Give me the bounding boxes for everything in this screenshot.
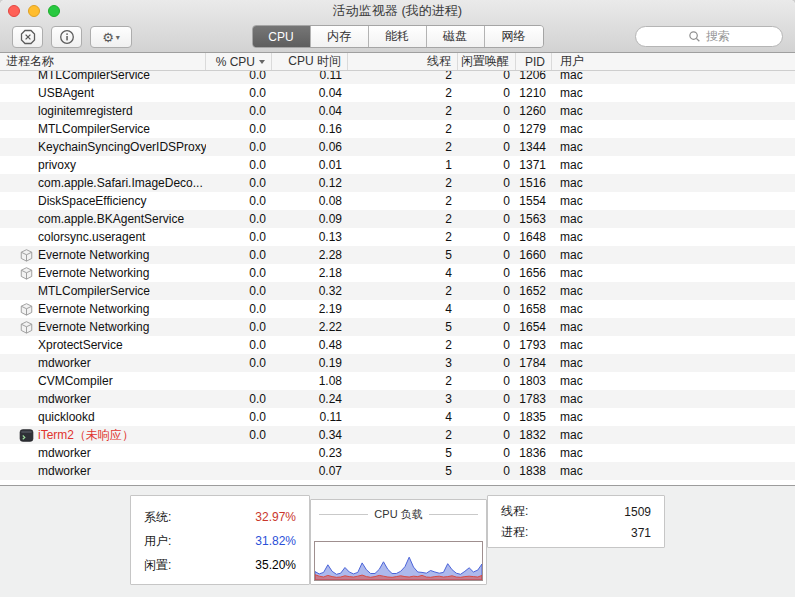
idle-wakeups-cell: 0 <box>458 138 516 156</box>
cpu-percent-cell: 0.0 <box>206 426 272 444</box>
close-button[interactable] <box>8 5 20 17</box>
tab-cpu[interactable]: CPU <box>253 26 311 47</box>
idle-cpu-value: 35.20% <box>255 558 296 572</box>
process-row[interactable]: MTLCompilerService 0.0 0.32 2 0 1652 mac <box>0 282 795 300</box>
user-cpu-label: 用户: <box>144 533 171 550</box>
settings-menu-button[interactable]: ⚙ ▾ <box>90 26 132 48</box>
pid-cell: 1344 <box>516 138 552 156</box>
pid-cell: 1654 <box>516 318 552 336</box>
cpu-percent-cell: 0.0 <box>206 174 272 192</box>
cpu-time-cell: 2.19 <box>272 300 348 318</box>
cpu-percent-cell: 0.0 <box>206 210 272 228</box>
process-row[interactable]: quicklookd 0.0 0.11 4 0 1835 mac <box>0 408 795 426</box>
app-icon <box>18 229 34 245</box>
threads-cell: 2 <box>348 120 458 138</box>
process-name: iTerm2（未响应） <box>38 426 134 444</box>
quit-process-button[interactable] <box>12 26 43 48</box>
col-header-user[interactable]: 用户 <box>552 53 795 70</box>
processes-value: 371 <box>631 526 651 540</box>
col-header-process-name[interactable]: 进程名称 <box>0 53 206 70</box>
process-name-cell: CVMCompiler <box>0 372 206 390</box>
process-row[interactable]: mdworker 0.23 5 0 1836 mac <box>0 444 795 462</box>
user-cell: mac <box>552 174 795 192</box>
cpu-time-cell: 0.34 <box>272 426 348 444</box>
evernote-icon <box>18 265 34 281</box>
process-row[interactable]: Evernote Networking 0.0 2.22 5 0 1654 ma… <box>0 318 795 336</box>
inspect-button[interactable] <box>51 26 82 48</box>
process-row[interactable]: DiskSpaceEfficiency 0.0 0.08 2 0 1554 ma… <box>0 192 795 210</box>
process-row[interactable]: USBAgent 0.0 0.04 2 0 1210 mac <box>0 84 795 102</box>
cpu-percent-cell: 0.0 <box>206 102 272 120</box>
process-row[interactable]: Evernote Networking 0.0 2.28 5 0 1660 ma… <box>0 246 795 264</box>
cpu-percent-cell: 0.0 <box>206 354 272 372</box>
process-row[interactable]: com.apple.Safari.ImageDeco... 0.0 0.12 2… <box>0 174 795 192</box>
col-header-cpu-time[interactable]: CPU 时间 <box>272 53 348 70</box>
pid-cell: 1279 <box>516 120 552 138</box>
minimize-button[interactable] <box>28 5 40 17</box>
process-name: MTLCompilerService <box>38 71 150 84</box>
cpu-percent-cell: 0.0 <box>206 228 272 246</box>
col-header-idle-wakeups[interactable]: 闲置唤醒 <box>458 53 516 70</box>
process-row[interactable]: MTLCompilerService 0.0 0.11 2 0 1206 mac <box>0 71 795 84</box>
tab-memory[interactable]: 内存 <box>311 26 369 47</box>
process-row[interactable]: mdworker 0.07 5 0 1838 mac <box>0 462 795 480</box>
idle-wakeups-cell: 0 <box>458 174 516 192</box>
threads-stat: 线程: 1509 <box>501 501 651 522</box>
app-icon <box>18 463 34 479</box>
tab-disk[interactable]: 磁盘 <box>427 26 485 47</box>
idle-wakeups-cell: 0 <box>458 354 516 372</box>
idle-wakeups-cell: 0 <box>458 156 516 174</box>
process-row[interactable]: iTerm2（未响应） 0.0 0.34 2 0 1832 mac <box>0 426 795 444</box>
cpu-time-cell: 0.11 <box>272 71 348 84</box>
threads-cell: 2 <box>348 84 458 102</box>
idle-wakeups-cell: 0 <box>458 318 516 336</box>
process-name-cell: privoxy <box>0 156 206 174</box>
cpu-time-cell: 0.04 <box>272 102 348 120</box>
process-rows: MTLCompilerService 0.0 0.11 2 0 1206 mac… <box>0 71 795 485</box>
search-input[interactable]: 搜索 <box>635 26 783 47</box>
process-row[interactable]: loginitemregisterd 0.0 0.04 2 0 1260 mac <box>0 102 795 120</box>
user-cell: mac <box>552 426 795 444</box>
process-row[interactable]: mdworker 0.0 0.24 3 0 1783 mac <box>0 390 795 408</box>
chevron-down-icon: ▾ <box>116 33 120 42</box>
cpu-time-cell: 0.07 <box>272 462 348 480</box>
process-row[interactable]: colorsync.useragent 0.0 0.13 2 0 1648 ma… <box>0 228 795 246</box>
cpu-time-cell: 0.11 <box>272 408 348 426</box>
zoom-button[interactable] <box>48 5 60 17</box>
process-row[interactable]: MTLCompilerService 0.0 0.16 2 0 1279 mac <box>0 120 795 138</box>
process-row[interactable]: CVMCompiler 1.08 2 0 1803 mac <box>0 372 795 390</box>
idle-wakeups-cell: 0 <box>458 336 516 354</box>
process-row[interactable]: KeychainSyncingOverIDSProxy 0.0 0.06 2 0… <box>0 138 795 156</box>
process-row[interactable]: mdworker 0.0 0.19 3 0 1784 mac <box>0 354 795 372</box>
col-header-threads[interactable]: 线程 <box>348 53 458 70</box>
process-row[interactable]: Evernote Networking 0.0 2.18 4 0 1656 ma… <box>0 264 795 282</box>
cpu-percent-cell <box>206 372 272 390</box>
user-cell: mac <box>552 138 795 156</box>
idle-wakeups-cell: 0 <box>458 210 516 228</box>
user-cell: mac <box>552 264 795 282</box>
process-name-cell: Evernote Networking <box>0 300 206 318</box>
tab-energy[interactable]: 能耗 <box>369 26 427 47</box>
pid-cell: 1656 <box>516 264 552 282</box>
cpu-percent-cell: 0.0 <box>206 138 272 156</box>
title-bar: 活动监视器 (我的进程) <box>0 0 795 22</box>
process-name: mdworker <box>38 444 91 462</box>
user-cell: mac <box>552 282 795 300</box>
app-icon <box>18 139 34 155</box>
process-row[interactable]: XprotectService 0.0 0.48 2 0 1793 mac <box>0 336 795 354</box>
app-icon <box>18 103 34 119</box>
pid-cell: 1206 <box>516 71 552 84</box>
col-header-cpu-percent[interactable]: % CPU <box>206 53 272 70</box>
threads-cell: 5 <box>348 462 458 480</box>
cpu-load-chart <box>315 542 482 580</box>
user-cpu-stat: 用户: 31.82% <box>144 529 296 553</box>
user-cell: mac <box>552 228 795 246</box>
process-row[interactable]: com.apple.BKAgentService 0.0 0.09 2 0 15… <box>0 210 795 228</box>
process-row[interactable]: privoxy 0.0 0.01 1 0 1371 mac <box>0 156 795 174</box>
col-header-pid[interactable]: PID <box>516 53 552 70</box>
pid-cell: 1783 <box>516 390 552 408</box>
pid-cell: 1658 <box>516 300 552 318</box>
tab-network[interactable]: 网络 <box>485 26 543 47</box>
process-row[interactable]: Evernote Networking 0.0 2.19 4 0 1658 ma… <box>0 300 795 318</box>
process-name-cell: XprotectService <box>0 336 206 354</box>
